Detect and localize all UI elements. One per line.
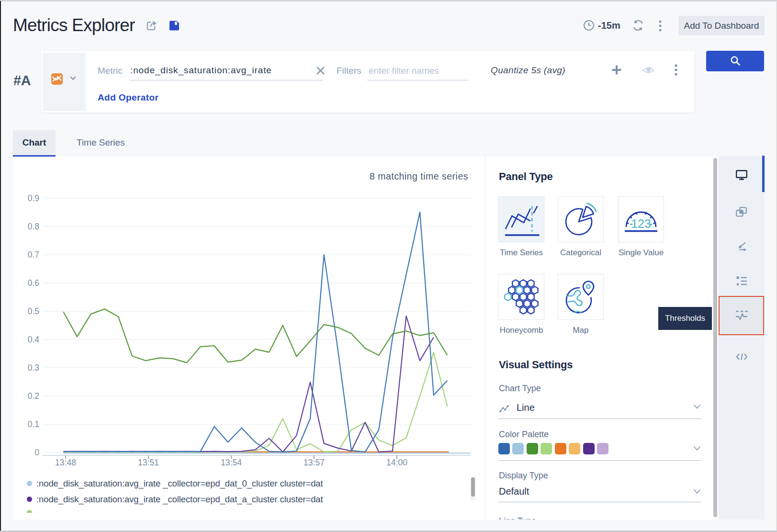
svg-text:0.7: 0.7 (28, 250, 39, 260)
svg-text:13:54: 13:54 (221, 458, 242, 467)
svg-text:0.6: 0.6 (28, 278, 39, 288)
svg-text:0.1: 0.1 (28, 419, 39, 429)
svg-text:0.3: 0.3 (28, 363, 39, 373)
svg-text:0.2: 0.2 (28, 391, 39, 401)
svg-text:0.4: 0.4 (28, 335, 40, 344)
svg-text:13:48: 13:48 (55, 458, 76, 467)
svg-text:0.5: 0.5 (28, 306, 39, 316)
svg-text:13:57: 13:57 (304, 458, 325, 467)
svg-text:0: 0 (34, 448, 39, 457)
svg-text:14:00: 14:00 (386, 458, 407, 467)
svg-text:0.9: 0.9 (28, 193, 39, 203)
svg-text:13:51: 13:51 (138, 458, 159, 467)
svg-text:0.8: 0.8 (28, 222, 39, 231)
svg-text:123: 123 (631, 217, 651, 230)
